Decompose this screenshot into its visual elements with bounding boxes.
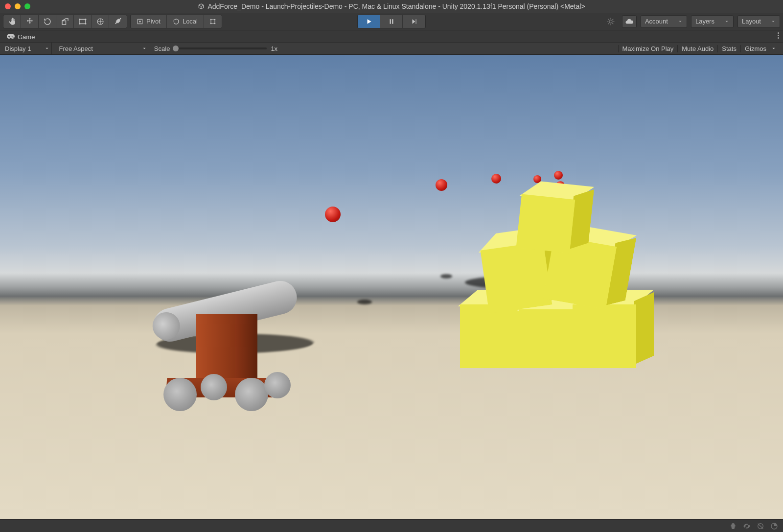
svg-point-3 — [79, 23, 80, 24]
local-toggle-button[interactable]: Local — [167, 15, 204, 28]
display-label: Display 1 — [5, 45, 31, 52]
pause-button[interactable] — [380, 15, 403, 28]
view-tabbar: Game — [0, 30, 783, 42]
game-viewport[interactable] — [0, 55, 783, 519]
step-button[interactable] — [403, 15, 425, 28]
move-tool-button[interactable] — [21, 15, 39, 28]
play-button[interactable] — [358, 15, 380, 28]
collab-button[interactable] — [603, 15, 618, 28]
window-title: AddForce_Demo - Launch-Projectiles-Demo … — [207, 2, 585, 10]
svg-point-2 — [85, 19, 86, 20]
scale-label: Scale — [154, 45, 170, 52]
window-minimize-button[interactable] — [15, 3, 21, 9]
custom-tools-button[interactable] — [109, 15, 127, 28]
maximize-on-play-toggle[interactable]: Maximize On Play — [618, 45, 678, 52]
window-close-button[interactable] — [5, 3, 11, 9]
mute-audio-toggle[interactable]: Mute Audio — [677, 45, 717, 52]
scale-slider[interactable] — [174, 47, 267, 49]
aspect-dropdown[interactable]: Free Aspect — [57, 43, 149, 54]
play-controls-group — [357, 15, 426, 28]
layout-dropdown[interactable]: Layout — [737, 15, 780, 28]
stats-toggle[interactable]: Stats — [717, 45, 740, 52]
cloud-button[interactable] — [622, 15, 637, 28]
main-toolbar: Pivot Local Account — [0, 13, 783, 30]
chevron-down-icon — [771, 19, 776, 24]
pivot-toggle-button[interactable]: Pivot — [131, 15, 167, 28]
cannon-object — [137, 280, 294, 417]
tab-options-button[interactable] — [778, 32, 779, 39]
chevron-down-icon — [771, 46, 776, 51]
rect-tool-button[interactable] — [74, 15, 92, 28]
handle-controls-group: Pivot Local — [130, 15, 222, 28]
gizmos-label: Gizmos — [745, 45, 766, 52]
unity-logo-icon — [198, 3, 205, 10]
game-toolbar: Display 1 Free Aspect Scale 1x Maximize … — [0, 42, 783, 55]
account-dropdown[interactable]: Account — [641, 15, 687, 28]
display-dropdown[interactable]: Display 1 — [3, 43, 52, 54]
svg-point-1 — [79, 19, 80, 20]
cube-pile — [445, 211, 661, 378]
projectile-ball — [325, 207, 341, 222]
rotate-tool-button[interactable] — [39, 15, 56, 28]
scale-tool-button[interactable] — [56, 15, 74, 28]
local-label: Local — [183, 18, 198, 25]
projectile-ball — [491, 174, 501, 184]
chevron-down-icon — [678, 19, 683, 24]
hand-tool-button[interactable] — [3, 15, 21, 28]
status-activity-icon[interactable] — [770, 522, 778, 530]
game-tab-label: Game — [18, 33, 35, 41]
maximize-label: Maximize On Play — [622, 45, 674, 52]
gizmos-dropdown[interactable]: Gizmos — [740, 45, 780, 52]
layers-label: Layers — [695, 18, 714, 25]
layout-label: Layout — [742, 18, 761, 25]
pivot-label: Pivot — [146, 18, 161, 25]
svg-point-7 — [139, 21, 141, 23]
transform-tool-button[interactable] — [92, 15, 109, 28]
chevron-down-icon — [45, 46, 49, 51]
chevron-down-icon — [724, 19, 729, 24]
status-debug-icon[interactable] — [729, 522, 737, 530]
svg-rect-0 — [80, 19, 86, 23]
projectile-ball — [436, 179, 447, 191]
status-autorefresh-icon[interactable] — [757, 522, 764, 530]
svg-point-12 — [609, 20, 612, 23]
window-titlebar: AddForce_Demo - Launch-Projectiles-Demo … — [0, 0, 783, 13]
scale-slider-thumb[interactable] — [173, 46, 179, 51]
aspect-label: Free Aspect — [59, 45, 92, 52]
account-label: Account — [645, 18, 668, 25]
scale-value: 1x — [271, 45, 277, 52]
game-tab[interactable]: Game — [2, 31, 40, 42]
svg-point-4 — [85, 23, 86, 24]
snap-toggle-button[interactable] — [204, 15, 222, 28]
game-tab-icon — [7, 34, 15, 40]
projectile-ball — [554, 171, 563, 180]
layers-dropdown[interactable]: Layers — [691, 15, 734, 28]
transform-tools-group — [3, 15, 127, 28]
mute-label: Mute Audio — [682, 45, 714, 52]
status-hidden-icon[interactable] — [743, 522, 751, 530]
stats-label: Stats — [722, 45, 737, 52]
window-maximize-button[interactable] — [24, 3, 30, 9]
chevron-down-icon — [142, 46, 147, 51]
scene-shadow — [357, 300, 372, 304]
status-bar — [0, 519, 783, 532]
